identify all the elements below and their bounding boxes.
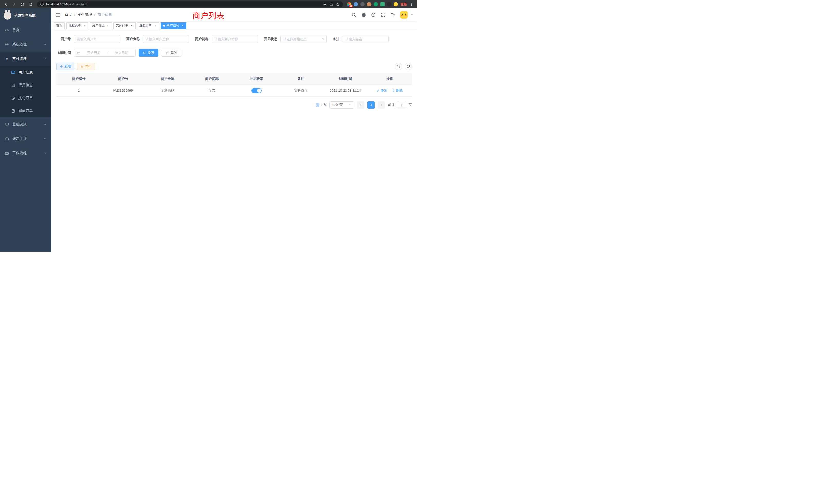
tab-pay-order[interactable]: 支付订单 × (113, 22, 136, 29)
tab-label: 退款订单 (139, 23, 152, 28)
status-toggle[interactable] (251, 88, 262, 93)
font-size-icon[interactable] (390, 12, 395, 18)
refresh-table-button[interactable] (405, 63, 412, 70)
chevron-down-icon (44, 152, 47, 155)
fullscreen-icon[interactable] (380, 12, 386, 18)
document-icon (11, 109, 16, 113)
sidebar-item-app-info[interactable]: 应用信息 (0, 79, 51, 92)
prev-page-button[interactable] (357, 101, 364, 109)
tab-label: 首页 (56, 23, 62, 28)
extension-icon[interactable] (394, 2, 398, 6)
extension-icon[interactable] (380, 2, 385, 6)
pagination-total: 共 1 条 (316, 102, 326, 107)
goto-page: 前往 页 (388, 101, 412, 108)
browser-menu-icon[interactable] (409, 2, 413, 6)
browser-home-button[interactable] (27, 1, 34, 8)
extension-icon[interactable] (367, 2, 371, 6)
date-separator: - (107, 51, 108, 55)
sidebar-item-label: 基础设施 (12, 122, 27, 127)
browser-forward-button[interactable] (11, 1, 18, 8)
search-icon (143, 51, 146, 55)
tab-close-icon[interactable]: × (83, 24, 86, 27)
browser-update-button[interactable]: 更新 (400, 2, 407, 7)
app-logo[interactable]: 芋道管理系统 (0, 8, 51, 23)
extension-icon[interactable] (360, 2, 365, 6)
short-name-input[interactable] (212, 35, 258, 43)
sidebar-item-dev-tools[interactable]: 研发工具 (0, 132, 51, 146)
sidebar-item-label: 退款订单 (19, 109, 33, 113)
cell-actions: 修改 删除 (368, 85, 412, 96)
goto-page-input[interactable] (396, 101, 407, 108)
address-bar[interactable]: localhost:1024/pay/merchant (37, 1, 343, 7)
chevron-down-icon (44, 123, 47, 126)
tab-close-icon[interactable]: × (153, 24, 157, 27)
sidebar-item-pay-order[interactable]: 支付订单 (0, 92, 51, 105)
sidebar-item-label: 工作流程 (12, 151, 27, 156)
page-size-select[interactable]: 10条/页 (329, 101, 354, 109)
gear-icon (5, 42, 9, 47)
tab-user-group[interactable]: 用户分组 × (90, 22, 112, 29)
delete-link[interactable]: 删除 (392, 88, 403, 93)
edit-link[interactable]: 修改 (377, 88, 387, 93)
share-icon[interactable] (329, 2, 333, 7)
status-select[interactable] (280, 35, 327, 43)
bookmark-star-icon[interactable] (336, 2, 340, 7)
export-button-label: 导出 (85, 64, 92, 69)
sidebar-item-refund-order[interactable]: 退款订单 (0, 105, 51, 117)
table-toolbar: 新增 导出 (57, 63, 412, 70)
sidebar-item-home[interactable]: 首页 (0, 23, 51, 37)
sidebar-item-infrastructure[interactable]: 基础设施 (0, 117, 51, 132)
field-label: 商户号 (57, 37, 71, 41)
breadcrumb-payment[interactable]: 支付管理 (78, 13, 92, 17)
extension-icon[interactable] (374, 2, 378, 6)
next-page-button[interactable] (378, 101, 385, 109)
add-button[interactable]: 新增 (57, 63, 74, 70)
page-number-button[interactable]: 1 (368, 101, 375, 109)
browser-reload-button[interactable] (19, 1, 26, 8)
sidebar: 芋道管理系统 首页 系统管理 ¥ 支付管理 (0, 8, 51, 252)
merchant-no-input[interactable] (74, 35, 120, 43)
user-avatar[interactable] (400, 11, 408, 19)
tab-process-form[interactable]: 流程表单 × (66, 22, 88, 29)
search-icon[interactable] (351, 12, 356, 18)
merchant-card-icon (11, 70, 16, 75)
tab-close-icon[interactable]: × (130, 24, 133, 27)
password-key-icon[interactable] (322, 2, 327, 7)
cell-merchant-short-name: 芋艿 (190, 85, 234, 96)
tab-close-icon[interactable]: × (106, 24, 110, 27)
reset-button[interactable]: 重置 (161, 49, 181, 57)
sidebar-item-merchant-info[interactable]: 商户信息 (0, 66, 51, 79)
browser-back-button[interactable] (3, 1, 9, 8)
column-header: 商户编号 (57, 73, 101, 85)
page-content: 商户号 商户全称 商户简称 开启状态 (51, 30, 417, 252)
url-text: localhost:1024/pay/merchant (46, 3, 87, 6)
tab-close-icon[interactable]: × (180, 24, 184, 27)
remark-input[interactable] (343, 35, 389, 43)
extension-icon[interactable]: 10 (347, 2, 351, 6)
sidebar-item-workflow[interactable]: 工作流程 (0, 146, 51, 160)
sidebar-item-label: 研发工具 (12, 137, 27, 141)
extension-icon[interactable] (387, 2, 391, 6)
tab-label: 用户分组 (92, 23, 105, 28)
search-button[interactable]: 搜索 (139, 49, 158, 57)
help-icon[interactable] (371, 12, 376, 18)
site-info-icon[interactable] (40, 2, 44, 7)
extension-icon[interactable] (354, 2, 358, 6)
calendar-icon (77, 51, 80, 55)
sidebar-item-payment[interactable]: ¥ 支付管理 (0, 51, 51, 66)
tab-merchant-info[interactable]: 商户信息 × (161, 22, 186, 29)
sidebar-item-system[interactable]: 系统管理 (0, 37, 51, 51)
github-icon[interactable] (361, 12, 366, 18)
export-button[interactable]: 导出 (77, 63, 95, 70)
column-header: 创建时间 (323, 73, 368, 85)
toggle-search-button[interactable] (395, 63, 402, 70)
date-range-picker[interactable]: 开始日期 - 结束日期 (74, 49, 136, 57)
sidebar-toggle-icon[interactable] (55, 12, 61, 18)
tab-refund-order[interactable]: 退款订单 × (137, 22, 159, 29)
full-name-input[interactable] (143, 35, 189, 43)
tab-home[interactable]: 首页 (54, 22, 65, 29)
caret-down-icon[interactable] (410, 13, 413, 17)
breadcrumb-home[interactable]: 首页 (65, 13, 72, 17)
goto-suffix-label: 页 (409, 102, 412, 107)
cell-merchant-name: 芋道源码 (145, 85, 190, 96)
